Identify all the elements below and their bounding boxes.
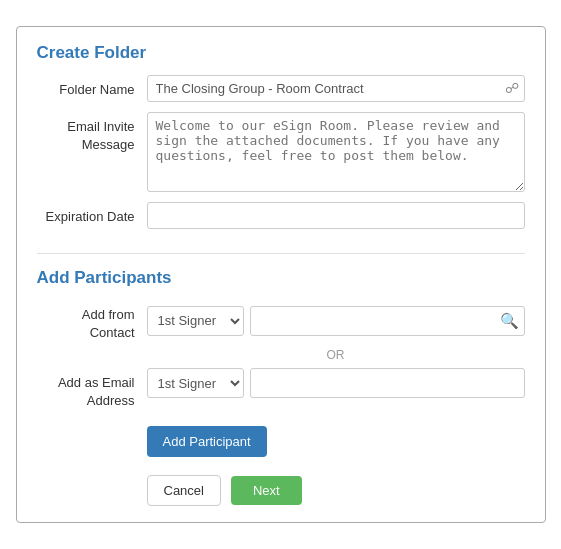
folder-icon: ☍ [505,80,519,96]
or-divider: OR [37,348,525,362]
expiration-date-input[interactable] [147,202,525,229]
folder-name-label: Folder Name [37,75,147,99]
create-folder-title: Create Folder [37,43,525,63]
contact-search-input[interactable] [250,306,525,336]
folder-name-row: Folder Name ☍ [37,75,525,102]
add-from-contact-row: Add from Contact 1st Signer 2nd Signer 3… [37,300,525,342]
email-invite-label: Email Invite Message [37,112,147,154]
email-invite-textarea[interactable] [147,112,525,192]
search-icon: 🔍 [500,312,519,329]
email-signer-select[interactable]: 1st Signer 2nd Signer 3rd Signer [147,368,244,398]
expiration-date-row: Expiration Date [37,202,525,229]
expiration-date-label: Expiration Date [37,202,147,226]
add-as-email-label: Add as Email Address [37,368,147,410]
contact-signer-select[interactable]: 1st Signer 2nd Signer 3rd Signer [147,306,244,336]
email-invite-row: Email Invite Message [37,112,525,192]
create-folder-modal: Create Folder Folder Name ☍ Email Invite… [16,26,546,524]
next-button[interactable]: Next [231,476,302,505]
add-participants-section: Add Participants Add from Contact 1st Si… [37,268,525,507]
add-as-email-row: Add as Email Address 1st Signer 2nd Sign… [37,368,525,410]
create-folder-section: Create Folder Folder Name ☍ Email Invite… [37,43,525,254]
add-from-contact-label: Add from Contact [37,300,147,342]
add-participants-title: Add Participants [37,268,525,288]
add-participant-button[interactable]: Add Participant [147,426,267,457]
email-address-input[interactable] [250,368,525,398]
footer-row: Cancel Next [37,471,525,506]
contact-search-wrap: 🔍 [250,306,525,336]
contact-search-button[interactable]: 🔍 [496,310,523,332]
cancel-button[interactable]: Cancel [147,475,221,506]
folder-name-input[interactable] [147,75,525,102]
folder-name-input-wrap: ☍ [147,75,525,102]
